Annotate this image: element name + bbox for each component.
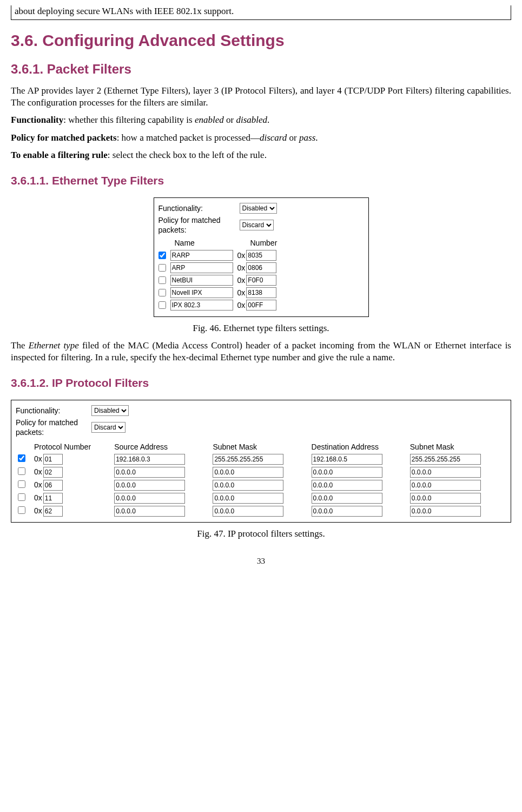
text: . <box>267 115 269 125</box>
paragraph-ethernet-desc: The Ethernet type filed of the MAC (Medi… <box>11 340 511 364</box>
subnet-mask-input[interactable] <box>410 493 481 504</box>
number-input[interactable] <box>246 250 276 261</box>
hex-prefix: 0x <box>237 288 246 298</box>
number-input[interactable] <box>246 300 276 311</box>
figure-caption-46: Fig. 46. Ethernet type filters settings. <box>11 322 511 334</box>
destination-address-input[interactable] <box>312 506 382 517</box>
subnet-mask-input[interactable] <box>410 480 481 491</box>
col-subnet-mask-1: Subnet Mask <box>210 441 309 453</box>
filter-row: 0x <box>16 466 506 479</box>
enable-checkbox[interactable] <box>158 264 166 272</box>
subnet-mask-input[interactable] <box>410 454 481 465</box>
hex-prefix: 0x <box>34 493 42 502</box>
filter-row: 0x <box>16 479 506 492</box>
text: : how a matched packet is processed— <box>117 133 260 143</box>
enable-checkbox[interactable] <box>18 454 25 462</box>
subnet-mask-input[interactable] <box>213 506 283 517</box>
col-subnet-mask-2: Subnet Mask <box>408 441 506 453</box>
hex-prefix: 0x <box>34 454 42 463</box>
filter-row: 0x <box>158 262 364 273</box>
col-protocol-number: Protocol Number <box>32 441 112 453</box>
policy-label: Policy for matched packets: <box>158 215 240 235</box>
protocol-number-input[interactable] <box>43 467 63 478</box>
figure-caption-47: Fig. 47. IP protocol filters settings. <box>11 528 511 540</box>
subnet-mask-input[interactable] <box>213 480 283 491</box>
functionality-select[interactable]: Disabled <box>240 203 277 214</box>
destination-address-input[interactable] <box>312 493 382 504</box>
text: or <box>287 133 299 143</box>
text: : select the check box to the left of th… <box>108 150 267 160</box>
subnet-mask-input[interactable] <box>410 506 481 517</box>
ip-filters-panel: Functionality: Disabled Policy for match… <box>11 400 511 523</box>
subnet-mask-input[interactable] <box>410 467 481 478</box>
destination-address-input[interactable] <box>312 454 382 465</box>
policy-select[interactable]: Discard <box>91 422 125 433</box>
filter-row: 0x <box>158 250 364 261</box>
policy-label: Policy for matched packets: <box>16 418 91 437</box>
col-source-address: Source Address <box>112 441 210 453</box>
hex-prefix: 0x <box>237 275 246 285</box>
name-input[interactable] <box>170 262 233 273</box>
functionality-select[interactable]: Disabled <box>91 405 129 416</box>
text: : whether this filtering capability is <box>63 115 195 125</box>
column-header-number: Number <box>250 238 277 248</box>
prev-text: about deploying secure WLANs with IEEE 8… <box>15 6 234 16</box>
source-address-input[interactable] <box>114 493 185 504</box>
hex-prefix: 0x <box>237 300 246 310</box>
section-heading-3-6-1-1: 3.6.1.1. Ethernet Type Filters <box>11 173 511 188</box>
enable-checkbox[interactable] <box>18 480 25 488</box>
filter-row: 0x <box>16 492 506 505</box>
label-policy: Policy for matched packets <box>11 133 117 143</box>
filter-row: 0x <box>16 505 506 518</box>
column-header-name: Name <box>175 238 250 248</box>
protocol-number-input[interactable] <box>43 493 63 504</box>
enable-checkbox[interactable] <box>18 493 25 501</box>
filter-row: 0x <box>16 453 506 466</box>
protocol-number-input[interactable] <box>43 480 63 491</box>
protocol-number-input[interactable] <box>43 506 63 517</box>
enable-checkbox[interactable] <box>18 506 25 514</box>
subnet-mask-input[interactable] <box>213 454 283 465</box>
enable-checkbox[interactable] <box>158 301 166 309</box>
paragraph-policy: Policy for matched packets: how a matche… <box>11 132 511 144</box>
source-address-input[interactable] <box>114 480 185 491</box>
paragraph-intro: The AP provides layer 2 (Ethernet Type F… <box>11 85 511 109</box>
filter-row: 0x <box>158 300 364 311</box>
destination-address-input[interactable] <box>312 480 382 491</box>
source-address-input[interactable] <box>114 454 185 465</box>
source-address-input[interactable] <box>114 467 185 478</box>
destination-address-input[interactable] <box>312 467 382 478</box>
enable-checkbox[interactable] <box>158 289 166 296</box>
subnet-mask-input[interactable] <box>213 493 283 504</box>
filter-row: 0x <box>158 275 364 286</box>
enable-checkbox[interactable] <box>158 276 166 284</box>
text-ethernet-type: Ethernet type <box>29 340 79 351</box>
ethernet-filters-panel: Functionality: Disabled Policy for match… <box>154 197 369 317</box>
enable-checkbox[interactable] <box>18 467 25 475</box>
section-heading-3-6-1: 3.6.1. Packet Filters <box>11 61 511 77</box>
name-input[interactable] <box>170 250 233 261</box>
enable-checkbox[interactable] <box>158 252 166 259</box>
text-disabled: disabled <box>236 115 267 125</box>
hex-prefix: 0x <box>237 250 246 260</box>
subnet-mask-input[interactable] <box>213 467 283 478</box>
filter-row: 0x <box>158 287 364 298</box>
number-input[interactable] <box>246 287 276 298</box>
text: filed of the MAC (Media Access Control) … <box>11 340 511 362</box>
name-input[interactable] <box>170 300 233 311</box>
number-input[interactable] <box>246 262 276 273</box>
number-input[interactable] <box>246 275 276 286</box>
name-input[interactable] <box>170 287 233 298</box>
source-address-input[interactable] <box>114 506 185 517</box>
functionality-label: Functionality: <box>158 203 240 213</box>
paragraph-functionality: Functionality: whether this filtering ca… <box>11 114 511 126</box>
label-enable: To enable a filtering rule <box>11 150 108 160</box>
name-input[interactable] <box>170 275 233 286</box>
header-row: Protocol Number Source Address Subnet Ma… <box>16 441 506 453</box>
policy-select[interactable]: Discard <box>240 220 274 230</box>
previous-page-fragment: about deploying secure WLANs with IEEE 8… <box>11 5 511 20</box>
protocol-number-input[interactable] <box>43 454 63 465</box>
text: or <box>224 115 236 125</box>
text-enabled: enabled <box>195 115 224 125</box>
hex-prefix: 0x <box>34 506 42 515</box>
